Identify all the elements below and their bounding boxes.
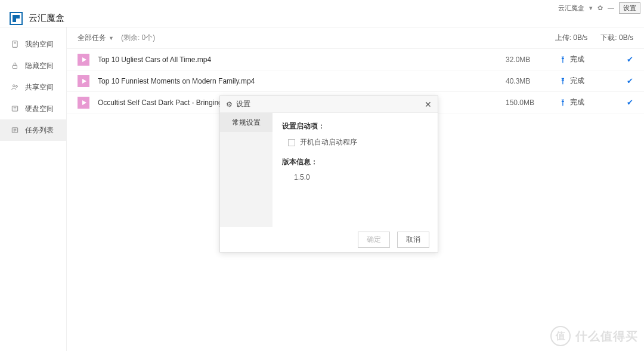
task-filter-dropdown[interactable]: 全部任务 ▼ (剩余: 0个) [78,33,155,43]
modal-footer: 确定 取消 [220,227,438,252]
sidebar-item-label: 任务列表 [25,125,54,136]
video-thumb-icon [78,54,89,66]
check-icon: ✔ [619,55,633,64]
video-thumb-icon [78,75,89,87]
task-toolbar: 全部任务 ▼ (剩余: 0个) 上传: 0B/s 下载: 0B/s [67,27,644,49]
upload-arrow-icon: ⭱ [559,56,566,64]
modal-body: 常规设置 设置启动项： 开机自动启动程序 版本信息： 1.5.0 [220,113,438,227]
gear-icon[interactable]: ✿ [597,4,603,12]
modal-sidebar: 常规设置 [220,113,273,227]
autostart-checkbox-row[interactable]: 开机自动启动程序 [282,137,428,147]
file-size: 32.0MB [506,56,559,64]
file-name: Top 10 Ugliest Cars of All Time.mp4 [98,56,506,64]
sidebar-item-label: 我的空间 [25,39,54,50]
watermark-text: 什么值得买 [575,328,638,344]
window-titlebar: 云汇魔盒 ▾ ✿ — 设置 [0,0,644,16]
sidebar-item-disk-space[interactable]: 硬盘空间 [0,98,66,119]
users-icon [11,83,19,91]
app-logo-icon [10,12,23,25]
sidebar-item-label: 硬盘空间 [25,104,54,114]
upload-rate: 上传: 0B/s [555,33,588,43]
settings-modal: ⚙ 设置 ✕ 常规设置 设置启动项： 开机自动启动程序 版本信息： 1.5.0 … [219,96,438,253]
status-text: 完成 [570,54,584,64]
chevron-down-icon: ▼ [109,35,114,41]
titlebar-settings-button[interactable]: 设置 [619,2,640,14]
file-size: 40.3MB [506,77,559,85]
file-name: Top 10 Funniest Moments on Modern Family… [98,77,506,85]
app-header: 云汇魔盒 [0,16,644,27]
svg-point-3 [16,85,17,87]
autostart-label: 开机自动启动程序 [300,137,357,147]
sidebar-item-label: 共享空间 [25,82,54,93]
list-icon [11,126,19,134]
app-title: 云汇魔盒 [29,13,64,24]
ok-button[interactable]: 确定 [358,232,390,248]
sidebar-item-hidden-space[interactable]: 隐藏空间 [0,55,66,76]
sidebar-item-label: 隐藏空间 [25,61,54,71]
svg-rect-0 [13,41,17,48]
titlebar-app-label: 云汇魔盒 [558,4,584,13]
sidebar: 我的空间 隐藏空间 共享空间 硬盘空间 任务列表 [0,27,67,351]
disk-icon [11,104,19,113]
file-size: 150.0MB [506,98,559,107]
upload-arrow-icon: ⭱ [559,98,566,107]
file-status: ⭱ 完成 [559,54,619,64]
watermark: 值 什么值得买 [550,326,638,346]
checkbox-icon[interactable] [288,139,295,146]
minimize-icon[interactable]: — [608,4,614,11]
modal-content-pane: 设置启动项： 开机自动启动程序 版本信息： 1.5.0 [273,113,438,227]
watermark-badge-icon: 值 [550,326,571,346]
sidebar-item-shared-space[interactable]: 共享空间 [0,76,66,98]
task-remaining-label: (剩余: 0个) [121,33,155,43]
cancel-button[interactable]: 取消 [397,232,429,248]
lock-icon [11,61,19,70]
transfer-rates: 上传: 0B/s 下载: 0B/s [555,33,633,43]
task-row[interactable]: Top 10 Funniest Moments on Modern Family… [67,70,644,92]
svg-rect-4 [12,106,17,111]
check-icon: ✔ [619,76,633,85]
sidebar-item-task-list[interactable]: 任务列表 [0,119,66,141]
titlebar-dropdown-icon[interactable]: ▾ [589,4,593,12]
gear-icon: ⚙ [226,100,233,109]
svg-point-2 [13,85,16,87]
upload-arrow-icon: ⭱ [559,77,566,85]
svg-rect-1 [13,65,17,68]
file-status: ⭱ 完成 [559,97,619,107]
status-text: 完成 [570,76,584,86]
sidebar-item-my-space[interactable]: 我的空间 [0,33,66,55]
version-value: 1.5.0 [282,173,428,181]
file-icon [11,40,19,48]
modal-tab-general[interactable]: 常规设置 [220,113,273,132]
task-row[interactable]: Top 10 Ugliest Cars of All Time.mp4 32.0… [67,49,644,70]
close-icon[interactable]: ✕ [425,100,432,109]
download-rate: 下载: 0B/s [600,33,633,43]
modal-header: ⚙ 设置 ✕ [220,96,438,113]
video-thumb-icon [78,97,89,109]
startup-section-title: 设置启动项： [282,121,428,131]
status-text: 完成 [570,97,584,107]
modal-title: 设置 [236,99,250,109]
check-icon: ✔ [619,98,633,107]
file-status: ⭱ 完成 [559,76,619,86]
version-section-title: 版本信息： [282,157,428,167]
task-filter-label: 全部任务 [78,33,106,43]
